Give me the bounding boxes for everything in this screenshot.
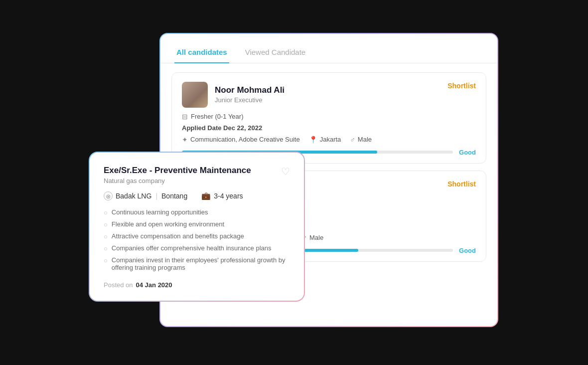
candidate-tags: ✦ Communication, Adobe Creative Suite 📍 … <box>182 136 476 144</box>
location-tag: 📍 Jakarta <box>309 136 341 144</box>
bullet-item: ○ Companies invest in their employees' p… <box>104 256 290 271</box>
tab-all-candidates[interactable]: All candidates <box>174 43 229 63</box>
job-location: ◎ Badak LNG | Bontang <box>104 191 187 200</box>
bullet-icon: ○ <box>104 257 108 264</box>
job-company: Natural gas company <box>104 177 251 184</box>
tab-viewed-candidate[interactable]: Viewed Candidate <box>243 43 307 63</box>
briefcase-exp-icon: 💼 <box>201 191 211 200</box>
bullet-item: ○ Continuous learning opportunities <box>104 208 290 216</box>
shortlist-button[interactable]: Shortlist <box>447 82 476 90</box>
applied-date: Applied Date Dec 22, 2022 <box>182 124 476 132</box>
bullet-item: ○ Companies offer comprehensive health i… <box>104 244 290 252</box>
bullet-icon: ○ <box>104 233 108 240</box>
job-bullets: ○ Continuous learning opportunities ○ Fl… <box>104 208 290 271</box>
match-label-2: Good <box>459 247 476 254</box>
candidate-card: Noor Mohmad Ali Junior Executive Shortli… <box>171 72 486 164</box>
gender-tag-2: ♂ Male <box>302 234 324 242</box>
match-label: Good <box>459 149 476 156</box>
candidate-info: Noor Mohmad Ali Junior Executive <box>182 82 285 108</box>
job-location-row: ◎ Badak LNG | Bontang 💼 3-4 years <box>104 191 290 200</box>
tabs-container: All candidates Viewed Candidate <box>160 34 497 63</box>
bullet-icon: ○ <box>104 221 108 228</box>
briefcase-icon: ⊟ <box>182 113 188 121</box>
bullet-item: ○ Attractive compensation and benefits p… <box>104 232 290 240</box>
job-card: Exe/Sr.Exe - Preventive Maintenance Natu… <box>90 153 304 301</box>
candidate-title: Junior Executive <box>215 96 285 104</box>
job-experience: 💼 3-4 years <box>201 191 243 200</box>
location-icon: 📍 <box>309 136 317 144</box>
posted-label: Posted on <box>104 281 133 289</box>
candidate-experience: ⊟ Fresher (0-1 Year) <box>182 113 476 121</box>
posted-date: 04 Jan 2020 <box>136 281 172 289</box>
job-title: Exe/Sr.Exe - Preventive Maintenance <box>104 166 251 176</box>
gender-tag: ♂ Male <box>350 136 372 144</box>
candidate-header: Noor Mohmad Ali Junior Executive Shortli… <box>182 82 476 108</box>
skills-tag: ✦ Communication, Adobe Creative Suite <box>182 136 300 144</box>
skills-icon: ✦ <box>182 136 188 144</box>
job-card-header: Exe/Sr.Exe - Preventive Maintenance Natu… <box>104 166 290 184</box>
divider: | <box>155 192 157 200</box>
location-pin-icon: ◎ <box>104 191 113 200</box>
bullet-icon: ○ <box>104 209 108 216</box>
job-card-outer: Exe/Sr.Exe - Preventive Maintenance Natu… <box>89 152 305 302</box>
avatar <box>182 82 208 108</box>
bullet-icon: ○ <box>104 245 108 252</box>
shortlist-button-2[interactable]: Shortlist <box>447 180 476 188</box>
gender-icon: ♂ <box>350 136 355 144</box>
bullet-item: ○ Flexible and open working environment <box>104 220 290 228</box>
candidate-name: Noor Mohmad Ali <box>215 85 285 95</box>
favorite-button[interactable]: ♡ <box>281 166 290 178</box>
posted-row: Posted on 04 Jan 2020 <box>104 281 290 289</box>
